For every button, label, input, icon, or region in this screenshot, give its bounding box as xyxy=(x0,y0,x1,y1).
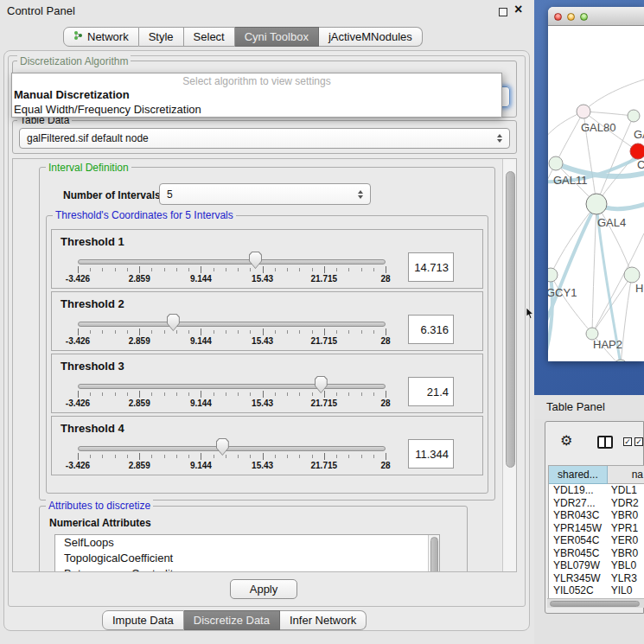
close-icon[interactable]: × xyxy=(514,2,522,17)
slider-major-tick xyxy=(139,391,140,398)
apply-button[interactable]: Apply xyxy=(230,579,297,599)
threshold-1-slider-handle[interactable] xyxy=(249,252,262,269)
threshold-4-value-field[interactable]: 11.344 xyxy=(408,439,454,469)
tab-label: Cyni Toolbox xyxy=(245,30,309,43)
slider-major-tick xyxy=(139,328,140,335)
number-of-intervals-select[interactable]: 5 xyxy=(159,183,371,205)
table-row[interactable]: YBR045CYBR0 xyxy=(549,547,644,560)
table-data-select[interactable]: galFiltered.sif default node xyxy=(19,128,510,149)
minimize-traffic-light[interactable] xyxy=(567,13,575,21)
checkbox-icon[interactable]: ✓ xyxy=(634,437,643,446)
threshold-3-slider-track[interactable] xyxy=(78,384,386,389)
slider-tick-label: 2.859 xyxy=(129,274,150,284)
threshold-4-slider-handle[interactable] xyxy=(216,438,229,456)
table-cell: YLR3 xyxy=(608,572,644,585)
node-red-selected[interactable] xyxy=(630,143,644,159)
table-row[interactable]: YER054CYER0 xyxy=(549,534,644,547)
settings-scrollbar-thumb[interactable] xyxy=(506,171,515,468)
tab-jactivemnodules[interactable]: jActiveMNodules xyxy=(319,27,423,47)
numerical-attributes-list[interactable]: SelfLoopsTopologicalCoefficientBetweenne… xyxy=(54,534,440,572)
node-gcy1[interactable] xyxy=(548,268,558,282)
threshold-3-slider-handle[interactable] xyxy=(315,376,328,393)
network-window[interactable]: GAL80 GA C GAL11 GAL4 GCY1 H HAP2 xyxy=(548,7,644,361)
slider-major-tick xyxy=(139,266,140,273)
threshold-2-slider-track[interactable] xyxy=(78,322,386,327)
table-cell: YDL19... xyxy=(549,484,608,497)
threshold-1-label: Threshold 1 xyxy=(61,235,124,248)
bottom-tab-bar: Impute DataDiscretize DataInfer Network xyxy=(102,610,367,630)
threshold-3-label: Threshold 3 xyxy=(61,360,124,373)
slider-ticks xyxy=(78,268,386,271)
table-panel-title: Table Panel xyxy=(546,400,605,413)
table-row[interactable]: YIL052CYIL0 xyxy=(549,584,644,597)
table-row[interactable]: YPR145WYPR1 xyxy=(549,522,644,535)
table-row[interactable]: YBL079WYBL0 xyxy=(549,559,644,572)
column-header-shared-name[interactable]: shared... xyxy=(549,466,608,484)
slider-major-tick xyxy=(263,453,264,460)
column-header-name[interactable]: na xyxy=(608,466,644,484)
threshold-1-value-field[interactable]: 14.713 xyxy=(408,252,454,282)
node-top-right[interactable] xyxy=(628,110,640,122)
threshold-1-slider-track[interactable] xyxy=(78,259,386,265)
zoom-traffic-light[interactable] xyxy=(580,13,588,21)
tab-cyni-toolbox[interactable]: Cyni Toolbox xyxy=(235,27,319,47)
tab-network[interactable]: Network xyxy=(63,27,139,47)
network-window-titlebar[interactable] xyxy=(548,7,644,26)
split-table-icon[interactable] xyxy=(597,436,613,449)
attribute-list-item[interactable]: SelfLoops xyxy=(55,535,439,551)
attribute-list-item[interactable]: TopologicalCoefficient xyxy=(55,551,439,566)
tab-discretize-data[interactable]: Discretize Data xyxy=(184,610,280,630)
slider-major-tick xyxy=(386,328,386,335)
threshold-2-value-field[interactable]: 6.316 xyxy=(408,315,454,344)
node-bottom[interactable] xyxy=(614,360,628,361)
threshold-4-slider-track[interactable] xyxy=(78,446,386,451)
close-traffic-light[interactable] xyxy=(554,13,562,21)
table-row[interactable]: YDR27...YDR2 xyxy=(549,497,644,510)
dropdown-option[interactable]: Equal Width/Frequency Discretization xyxy=(12,102,501,117)
table-horizontal-scrollbar[interactable] xyxy=(547,598,644,608)
dropdown-option[interactable]: Manual Discretization xyxy=(12,87,501,102)
checkbox-icon[interactable]: ✓ xyxy=(623,437,632,446)
table-cell: YDR27... xyxy=(549,497,608,510)
list-scrollbar[interactable] xyxy=(428,535,439,572)
label-gal80: GAL80 xyxy=(581,121,615,134)
table-cell: YER054C xyxy=(549,534,608,547)
gear-icon[interactable]: ⚙ xyxy=(560,434,572,448)
node-gal11[interactable] xyxy=(549,156,563,170)
table-row[interactable]: YLR345WYLR3 xyxy=(549,572,644,585)
algorithm-dropdown-popup: Select algorithm to view settings Manual… xyxy=(11,73,502,118)
tab-infer-network[interactable]: Infer Network xyxy=(280,610,367,630)
table-row[interactable]: YDL19...YDL1 xyxy=(549,484,644,497)
float-window-icon[interactable] xyxy=(499,8,507,16)
threshold-2-label: Threshold 2 xyxy=(61,297,124,310)
slider-major-tick xyxy=(263,391,264,398)
slider-major-tick xyxy=(78,453,79,460)
dropdown-items: Manual DiscretizationEqual Width/Frequen… xyxy=(12,87,501,117)
control-panel: Control Panel × NetworkStyleSelectCyni T… xyxy=(0,0,534,644)
slider-tick-label: 15.43 xyxy=(252,336,273,346)
slider-major-tick xyxy=(324,266,325,273)
slider-major-tick xyxy=(386,266,386,273)
slider-major-tick xyxy=(324,328,325,335)
slider-tick-label: 15.43 xyxy=(252,274,273,284)
node-gal80[interactable] xyxy=(577,105,590,118)
top-tab-bar: NetworkStyleSelectCyni ToolboxjActiveMNo… xyxy=(63,27,423,47)
node-gal4[interactable] xyxy=(586,194,607,214)
slider-tick-label: -3.426 xyxy=(66,399,90,408)
node-table: shared... na YDL19...YDL1YDR27...YDR2YBR… xyxy=(548,465,644,598)
threshold-3-value-field[interactable]: 21.4 xyxy=(408,377,454,406)
tab-style[interactable]: Style xyxy=(139,27,184,47)
table-header-row: shared... na xyxy=(549,466,644,484)
tab-label: Infer Network xyxy=(290,614,356,627)
network-canvas[interactable]: GAL80 GA C GAL11 GAL4 GCY1 H HAP2 xyxy=(548,26,644,361)
tab-select[interactable]: Select xyxy=(184,27,235,47)
settings-scrollbar[interactable] xyxy=(502,159,517,572)
threshold-2-slider-handle[interactable] xyxy=(167,314,180,331)
slider-tick-label: 28 xyxy=(380,461,390,470)
table-row[interactable]: YBR043CYBR0 xyxy=(549,509,644,522)
table-hscroll-thumb[interactable] xyxy=(550,601,640,607)
slider-tick-label: -3.426 xyxy=(66,461,90,470)
attribute-list-item[interactable]: BetweennessCentrality xyxy=(55,566,439,572)
tab-impute-data[interactable]: Impute Data xyxy=(102,610,184,630)
node-right[interactable] xyxy=(624,267,640,283)
